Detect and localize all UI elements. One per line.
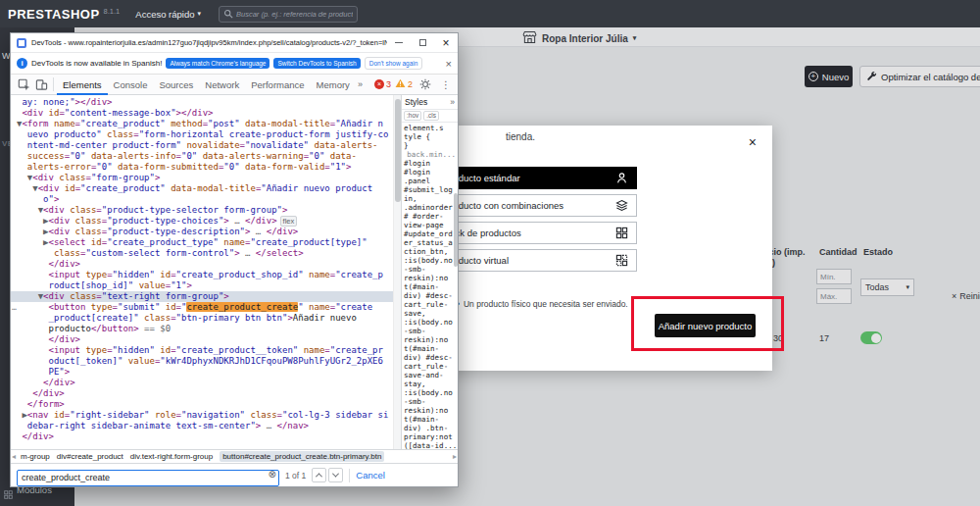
tree-line[interactable]: </form> [17,399,393,410]
devtools-content: ay: none;"></div> <div id="content-messa… [11,95,458,449]
devtools-tab-network[interactable]: Network [199,75,245,95]
tree-line[interactable]: ▼<div class="text-right form-group"> [11,291,393,302]
tree-line[interactable]: producto</button> == $0 [17,324,393,334]
tree-line[interactable]: ▶<div class="product-type-description"> … [17,227,393,237]
breadcrumb-scroll-right-icon[interactable]: ▸ [453,452,457,461]
devtools-tab-elements[interactable]: Elements [57,75,108,95]
gutter-more-icon[interactable]: … [12,302,17,313]
devtools-language-infobar: i DevTools is now available in Spanish! … [11,53,458,75]
breadcrumb-item[interactable]: div.text-right.form-group [130,452,213,461]
tree-line[interactable]: ntent-md-center product-form" novalidate… [17,140,393,151]
info-icon: i [17,58,27,69]
version-label: 8.1.1 [104,7,121,16]
error-count-badge[interactable]: × 3 [374,79,391,89]
breadcrumb-item[interactable]: button#create_product_create.btn-primary… [220,451,384,462]
find-previous-button[interactable] [312,468,326,482]
styles-more-tabs-icon[interactable]: » [450,97,455,107]
product-type-grid[interactable]: Pack de productos [435,222,637,244]
settings-gear-icon[interactable] [416,75,434,95]
tree-line[interactable]: o"> [17,194,393,205]
find-input[interactable] [17,470,279,486]
tree-line[interactable]: debar-right sidebar-animate text-sm-cent… [17,421,393,431]
tree-line[interactable]: ay: none;"></div> [17,97,393,108]
match-language-button[interactable]: Always match Chrome's language [166,58,270,69]
clear-search-icon[interactable]: ⊗ [269,469,276,480]
device-toolbar-icon[interactable] [32,75,50,95]
find-cancel-button[interactable]: Cancel [356,470,385,481]
more-options-icon[interactable]: ⋮ [438,79,454,90]
styles-line: t(#main- [404,282,456,291]
tree-line[interactable]: class="custom-select form-control"> … </… [17,248,393,259]
styles-line: ([data-id... [404,441,456,449]
warning-count-badge[interactable]: 2 [395,78,413,90]
devtools-titlebar[interactable]: DevTools - www.ropainteriorjulia.es/admi… [11,33,458,53]
styles-line: cart_rule- [404,300,456,309]
tree-line[interactable]: uevo producto" class="form-horizontal cr… [17,129,393,140]
find-next-button[interactable] [328,468,343,482]
class-filter[interactable]: .cls [423,111,439,121]
tree-line[interactable]: PE"> [17,367,393,378]
styles-line: -smb- [404,327,456,335]
styles-line: :is(body.no [404,388,456,397]
tree-line[interactable]: ▼<div class="form-group"> [17,173,393,183]
inspect-element-icon[interactable] [15,75,32,95]
elements-tree: ay: none;"></div> <div id="content-messa… [17,97,393,442]
tree-line[interactable]: ▼<div class="product-type-selector form-… [17,205,393,216]
tree-line[interactable]: oduct[_token]" value="kWr4DphyxNDKRJhD1C… [17,356,393,367]
styles-line: -smb- [404,265,456,274]
dont-show-again-button[interactable]: Don't show again [365,57,423,70]
tree-line[interactable]: <input type="hidden" id="create_product_… [17,345,393,356]
styles-line: #submit_log [404,185,456,194]
tree-line[interactable]: <button type="submit" id="create_product… [17,302,393,313]
product-type-grid-dashed[interactable]: Producto virtual [435,249,637,272]
styles-line: reskin):no [404,406,456,415]
devtools-tab-memory[interactable]: Memory [311,75,356,95]
styles-line: # #order- [404,212,456,221]
tree-line[interactable]: ▶<select id="create_product_type" name="… [17,237,393,248]
breadcrumb-item[interactable]: m-group [21,452,50,461]
modal-close-button[interactable]: × [749,135,757,149]
breadcrumb-item[interactable]: div#create_product [57,452,123,461]
tree-line[interactable]: ▼<form name="create_product" method="pos… [17,119,393,129]
tree-line[interactable]: </div> [17,431,393,442]
tree-line[interactable]: </div> [17,378,393,388]
tree-line[interactable]: </div> [17,259,393,270]
tree-line[interactable]: </div> [17,334,393,345]
tree-line[interactable]: success="0" data-alerts-info="0" data-al… [17,151,393,162]
styles-line: save, [404,309,456,318]
window-minimize-button[interactable] [387,33,411,53]
tree-line[interactable]: <div id="content-message-box"></div> [17,108,393,119]
tab-styles[interactable]: Styles [405,97,427,107]
product-type-layers[interactable]: Producto con combinaciones [435,194,637,217]
elements-scrollbar[interactable] [393,95,401,449]
styles-scrollbar-thumb[interactable] [454,193,458,267]
breadcrumb-scroll-left-icon[interactable]: ◂ [12,452,16,461]
product-type-description-text: Un producto físico que necesita ser envi… [464,299,628,309]
infobar-close-icon[interactable]: × [446,58,452,70]
annotation-rectangle [631,296,784,351]
more-tabs-icon[interactable]: » [356,79,365,89]
global-search-box[interactable] [219,6,358,23]
quick-access-menu[interactable]: Acceso rápido ▾ [135,9,201,20]
tree-line[interactable]: ▼<div id="create_product" data-modal-tit… [17,183,393,194]
tree-line[interactable]: ▶<nav id="right-sidebar" role="navigatio… [17,410,393,421]
window-maximize-button[interactable] [411,33,434,53]
hover-state-filter[interactable]: :hov [404,111,421,121]
tree-line[interactable]: <input type="hidden" id="create_product_… [17,270,393,280]
tree-line[interactable]: alerts-error="0" data-form-submitted="0"… [17,162,393,173]
product-type-description: • Un producto físico que necesita ser en… [457,299,628,309]
styles-line: .adminorder [404,203,456,212]
tree-line[interactable]: </div> [17,388,393,399]
window-close-button[interactable]: × [434,33,458,53]
tree-line[interactable]: roduct[shop_id]" value="1"> [17,280,393,291]
devtools-tab-sources[interactable]: Sources [153,75,199,95]
devtools-tab-console[interactable]: Console [108,75,154,95]
global-search-input[interactable] [236,10,353,19]
tree-line[interactable]: _product[create]" class="btn-primary btn… [17,313,393,324]
devtools-tab-performance[interactable]: Performance [245,75,310,95]
styles-rules: element.style {}back.min...#login#login.… [402,123,458,449]
tree-line[interactable]: ▶<div class="product-type-choices"> … </… [17,216,393,227]
grid-icon [615,227,628,239]
product-type-person[interactable]: Producto estándar [435,167,637,189]
switch-to-spanish-button[interactable]: Switch DevTools to Spanish [273,58,360,69]
